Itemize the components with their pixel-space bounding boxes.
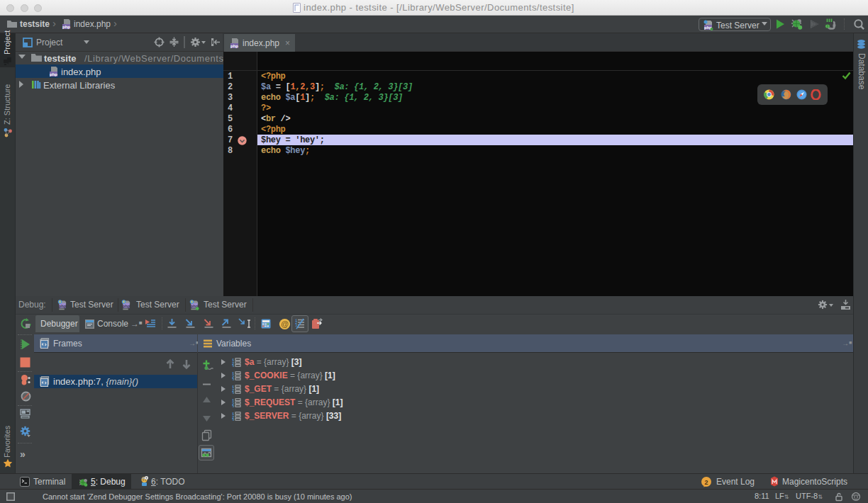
svg-text:3: 3 [232, 364, 235, 368]
svg-text:php: php [59, 304, 67, 308]
svg-text:3: 3 [232, 405, 235, 408]
svg-text:php: php [50, 72, 57, 77]
svg-text:php: php [230, 44, 238, 48]
svg-text:@: @ [281, 320, 289, 328]
svg-text:php: php [62, 25, 70, 29]
svg-text:2: 2 [704, 479, 708, 486]
svg-text:3: 3 [232, 391, 235, 395]
svg-text:3: 3 [232, 418, 235, 422]
svg-text:3: 3 [232, 378, 235, 381]
svg-text:php: php [123, 304, 130, 308]
svg-text:3: 3 [295, 323, 297, 328]
